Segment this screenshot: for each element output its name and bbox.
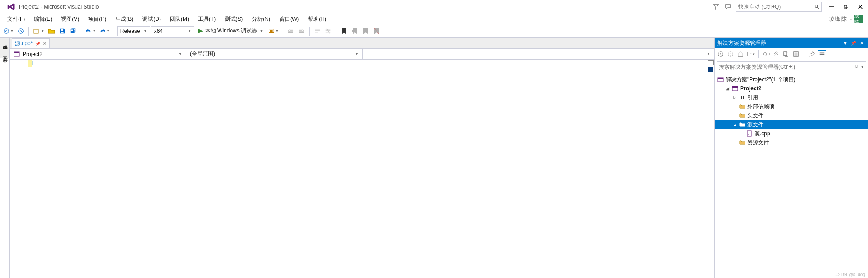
platform-select[interactable]: x64▼ [151,26,194,36]
new-project-button[interactable]: ▼ [32,26,46,36]
solution-search[interactable]: ▼ [717,61,866,72]
uncomment-button[interactable] [323,26,333,36]
play-icon [198,28,203,34]
debug-target-button[interactable]: ▼ [267,26,280,36]
prev-bookmark-button[interactable] [350,26,360,36]
expander-open-icon[interactable]: ◢ [725,86,730,91]
comment-button[interactable] [312,26,322,36]
view-mode-button[interactable] [818,50,826,58]
menu-project[interactable]: 项目(P) [84,14,111,24]
editor-area: 源.cpp* 📌 ✕ Project2 ▼ (全局范围) ▼ ▼ 1 [10,38,714,278]
back-button[interactable] [717,50,725,58]
document-tabstrip: 源.cpp* 📌 ✕ [10,38,714,49]
menu-view[interactable]: 视图(V) [57,14,84,24]
close-button[interactable] [855,2,865,12]
save-button[interactable] [57,26,67,36]
menu-debug[interactable]: 调试(D) [138,14,165,24]
svg-rect-14 [270,30,272,32]
minimize-button[interactable] [826,2,836,12]
menu-analyze[interactable]: 分析(N) [247,14,275,24]
title-bar: Project2 - Microsoft Visual Studio [0,0,868,14]
solution-search-input[interactable] [719,64,854,70]
rail-tab-server-explorer[interactable]: 服务器资源管理器 [0,38,9,49]
expander-closed-icon[interactable]: ▷ [732,95,737,100]
tree-project-node[interactable]: ◢ Project2 [715,84,868,93]
quick-launch[interactable] [736,2,822,12]
user-account[interactable]: 凌峰 陈 ▼ 凌陈 [829,15,865,23]
nav-scope-label: (全局范围) [190,50,215,58]
code-editor[interactable]: 1 [10,60,714,278]
undo-button[interactable]: ▼ [84,26,97,36]
close-icon[interactable]: ✕ [43,41,47,46]
feedback-icon[interactable] [724,3,731,10]
solution-icon [717,76,724,83]
menu-test[interactable]: 测试(S) [220,14,247,24]
tree-sources-label: 源文件 [747,121,764,129]
tree-resources-node[interactable]: 资源文件 [715,138,868,147]
tree-sources-node[interactable]: ◢ 源文件 [715,120,868,129]
config-select[interactable]: Release▼ [117,26,150,36]
document-tab-source-cpp[interactable]: 源.cpp* 📌 ✕ [12,38,50,48]
pin-icon[interactable]: 📌 [35,42,40,46]
home-button[interactable] [736,50,745,58]
code-text-area[interactable] [37,60,714,278]
tree-headers-node[interactable]: 头文件 [715,111,868,120]
quick-launch-input[interactable] [738,4,814,10]
chevron-down-icon[interactable]: ▼ [861,65,864,69]
expander-open-icon[interactable]: ◢ [732,122,737,127]
outdent-button[interactable] [286,26,296,36]
forward-button[interactable] [726,50,735,58]
menu-file[interactable]: 文件(F) [3,14,29,24]
refresh-button[interactable]: ▾ [762,50,770,58]
panel-dropdown-icon[interactable]: ▼ [842,39,849,46]
nav-back-button[interactable]: ▼ [2,26,15,36]
solution-tree: 解决方案"Project2"(1 个项目) ◢ Project2 ▷ 引用 外部… [715,73,868,278]
tree-resources-label: 资源文件 [747,139,769,147]
panel-header[interactable]: 解决方案资源管理器 ▼ 📌 ✕ [715,38,868,48]
nav-member-select[interactable]: ▼ [363,49,714,59]
menu-window[interactable]: 窗口(W) [275,14,303,24]
search-icon[interactable] [854,64,860,70]
menu-edit[interactable]: 编辑(E) [29,14,57,24]
menu-help[interactable]: 帮助(H) [303,14,331,24]
svg-text:++: ++ [748,133,751,135]
restore-button[interactable] [841,2,851,12]
tree-source-file-node[interactable]: ++ 源.cpp [715,129,868,138]
menu-build[interactable]: 生成(B) [111,14,138,24]
nav-project-select[interactable]: Project2 ▼ [10,49,186,59]
line-number-gutter: 1 [10,60,37,278]
start-debugging-button[interactable]: 本地 Windows 调试器 ▼ [195,27,266,35]
clear-bookmarks-button[interactable] [372,26,382,36]
collapse-all-button[interactable] [772,50,780,58]
indent-button[interactable] [297,26,307,36]
redo-button[interactable]: ▼ [98,26,111,36]
show-all-files-button[interactable] [782,50,790,58]
next-bookmark-button[interactable] [361,26,371,36]
open-file-button[interactable] [47,26,57,36]
menu-tools[interactable]: 工具(T) [193,14,220,24]
tree-external-deps-node[interactable]: 外部依赖项 [715,102,868,111]
svg-rect-20 [747,52,750,56]
tree-source-file-label: 源.cpp [755,130,770,138]
bookmark-button[interactable] [339,26,349,36]
close-icon[interactable]: ✕ [858,39,865,46]
nav-forward-button[interactable] [16,26,26,36]
split-editor-icon[interactable] [708,60,714,65]
properties-button[interactable] [808,50,816,58]
menu-team[interactable]: 团队(M) [165,14,193,24]
nav-project-label: Project2 [23,51,42,57]
nav-scope-select[interactable]: (全局范围) ▼ [186,49,363,59]
tree-references-node[interactable]: ▷ 引用 [715,93,868,102]
pin-icon[interactable]: 📌 [850,39,857,46]
folder-open-icon [739,121,745,128]
notifications-filter-icon[interactable] [712,3,720,10]
tree-solution-node[interactable]: 解决方案"Project2"(1 个项目) [715,75,868,84]
preview-button[interactable] [792,50,800,58]
rail-tab-toolbox[interactable]: 工具箱 [0,49,9,58]
save-all-button[interactable] [68,26,78,36]
scroll-map-marker[interactable] [708,67,713,72]
tree-headers-label: 头文件 [747,112,764,120]
sync-with-document-button[interactable]: ▾ [746,50,755,58]
search-icon[interactable] [814,4,820,9]
chevron-down-icon: ▼ [179,52,182,56]
